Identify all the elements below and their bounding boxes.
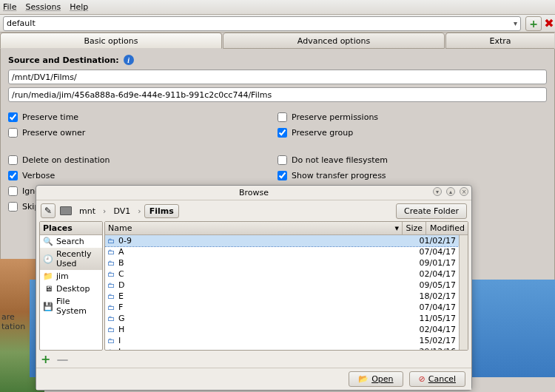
folder-icon: 🗀 [105, 237, 117, 245]
place-label: jim [56, 271, 69, 281]
check-preserve-owner[interactable]: Preserve owner [8, 128, 278, 138]
folder-icon: 🗀 [105, 292, 117, 300]
file-row[interactable]: 🗀F07/04/17 [105, 302, 459, 313]
folder-icon: 🗀 [105, 259, 117, 267]
places-panel: Places 🔍Search🕘Recently Used📁jim🖥Desktop… [39, 221, 103, 351]
remove-bookmark-button: — [56, 352, 68, 366]
file-list-panel: Name▾ Size Modified 🗀0-901/02/17🗀A07/04/… [104, 221, 468, 351]
profile-select-value: default [7, 18, 36, 28]
scrollbar[interactable] [459, 235, 468, 350]
places-item[interactable]: 💾File System [40, 295, 102, 317]
folder-icon: 🗀 [105, 303, 117, 311]
place-icon: 🕘 [43, 254, 53, 263]
edit-path-button[interactable]: ✎ [41, 203, 56, 218]
breadcrumb-seg-dv1[interactable]: DV1 [109, 205, 135, 217]
folder-icon: 🗀 [105, 248, 117, 256]
file-name: E [117, 291, 394, 301]
menu-help[interactable]: Help [70, 2, 88, 12]
column-header-name[interactable]: Name▾ [105, 222, 403, 234]
file-row[interactable]: 🗀J29/12/16 [105, 346, 459, 350]
info-icon[interactable]: i [124, 55, 134, 65]
open-button[interactable]: 📂Open [349, 371, 403, 387]
place-label: Desktop [56, 284, 90, 294]
file-modified: 07/04/17 [417, 303, 459, 312]
folder-open-icon: 📂 [358, 374, 369, 384]
add-profile-button[interactable]: + [525, 16, 542, 31]
dialog-close-button[interactable]: × [460, 187, 468, 196]
file-row[interactable]: 🗀D09/05/17 [105, 280, 459, 291]
delete-profile-button[interactable]: ✖ [546, 17, 552, 30]
profile-select[interactable]: default [3, 16, 521, 31]
file-modified: 02/04/17 [417, 325, 459, 334]
column-header-modified[interactable]: Modified [426, 222, 468, 234]
menu-sessions[interactable]: Sessions [25, 2, 61, 12]
file-modified: 11/05/17 [417, 314, 459, 323]
desktop-icon-label: aretation [1, 312, 25, 331]
breadcrumb-seg-mnt[interactable]: mnt [75, 205, 100, 217]
check-preserve-permissions[interactable]: Preserve permissions [278, 112, 547, 122]
check-delete-on-destination[interactable]: Delete on destination [8, 155, 278, 165]
file-row[interactable]: 🗀I15/02/17 [105, 335, 459, 346]
menu-file[interactable]: File [3, 2, 16, 12]
dialog-title: Browse [239, 188, 269, 197]
folder-icon: 🗀 [105, 325, 117, 334]
check-do-not-leave-filesystem[interactable]: Do not leave filesystem [278, 155, 547, 165]
file-name: C [117, 269, 394, 279]
check-verbose[interactable]: Verbose [8, 171, 278, 180]
file-name: 0-9 [117, 236, 394, 246]
place-label: Search [56, 237, 84, 246]
check-preserve-group[interactable]: Preserve group [278, 128, 547, 138]
place-icon: 🔍 [43, 237, 53, 246]
browse-dialog: Browse ▾ ▴ × ✎ mnt DV1 Films Create Fold… [36, 185, 472, 391]
column-header-size[interactable]: Size [403, 222, 426, 234]
file-row[interactable]: 🗀H02/04/17 [105, 324, 459, 335]
tab-basic-options[interactable]: Basic options [0, 33, 222, 49]
file-row[interactable]: 🗀A07/04/17 [105, 246, 459, 257]
breadcrumb-seg-films[interactable]: Films [144, 204, 179, 218]
tab-extra[interactable]: Extra [445, 33, 554, 49]
place-label: Recently Used [56, 249, 99, 268]
places-item[interactable]: 🕘Recently Used [40, 248, 102, 270]
breadcrumb: mnt DV1 Films [60, 204, 391, 218]
dialog-minimize-button[interactable]: ▾ [433, 187, 442, 196]
add-bookmark-button[interactable]: + [41, 352, 50, 366]
folder-icon: 🗀 [105, 348, 117, 350]
drive-icon[interactable] [60, 206, 72, 215]
source-path-input[interactable] [8, 70, 547, 84]
place-icon: 📁 [43, 272, 53, 281]
file-name: H [117, 325, 394, 334]
cancel-icon: ⊘ [419, 374, 426, 384]
folder-icon: 🗀 [105, 281, 117, 289]
dialog-maximize-button[interactable]: ▴ [446, 187, 455, 196]
file-row[interactable]: 🗀G11/05/17 [105, 313, 459, 324]
file-name: J [117, 347, 394, 350]
file-name: D [117, 280, 394, 290]
file-modified: 07/04/17 [417, 247, 459, 257]
file-row[interactable]: 🗀C02/04/17 [105, 268, 459, 280]
place-icon: 💾 [43, 302, 53, 311]
file-row[interactable]: 🗀0-901/02/17 [105, 235, 459, 246]
destination-path-input[interactable] [8, 87, 547, 102]
file-name: B [117, 258, 394, 268]
folder-icon: 🗀 [105, 337, 117, 345]
file-modified: 18/02/17 [417, 291, 459, 301]
file-row[interactable]: 🗀E18/02/17 [105, 291, 459, 302]
folder-icon: 🗀 [105, 270, 117, 278]
file-name: A [117, 247, 394, 257]
tab-advanced-options[interactable]: Advanced options [223, 33, 445, 49]
sort-indicator-icon: ▾ [394, 223, 399, 233]
places-item[interactable]: 🖥Desktop [40, 283, 102, 295]
create-folder-button[interactable]: Create Folder [396, 203, 467, 219]
file-modified: 29/12/16 [417, 347, 459, 350]
file-modified: 09/01/17 [417, 258, 459, 268]
cancel-button[interactable]: ⊘Cancel [409, 371, 465, 387]
places-item[interactable]: 📁jim [40, 270, 102, 283]
file-list[interactable]: 🗀0-901/02/17🗀A07/04/17🗀B09/01/17🗀C02/04/… [105, 235, 459, 350]
file-name: I [117, 336, 394, 345]
places-item[interactable]: 🔍Search [40, 235, 102, 248]
file-name: G [117, 314, 394, 323]
file-row[interactable]: 🗀B09/01/17 [105, 257, 459, 268]
file-modified: 01/02/17 [417, 236, 459, 246]
check-show-transfer-progress[interactable]: Show transfer progress [278, 171, 547, 180]
check-preserve-time[interactable]: Preserve time [8, 112, 278, 122]
